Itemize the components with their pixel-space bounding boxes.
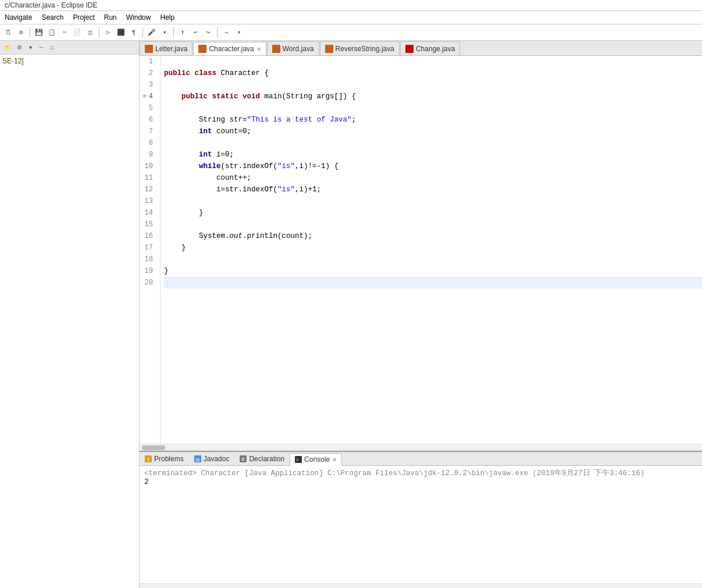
code-editor[interactable]: 1 2 3 ⊕4 5 6 7 8 9 10 11 12 13 14 15 16 …	[140, 56, 702, 444]
toolbar-btn-2[interactable]: ⚙	[15, 27, 27, 38]
line-num-7: 7	[142, 126, 155, 137]
bottom-tab-label-declaration: Declaration	[249, 455, 284, 463]
line-num-9: 9	[142, 149, 155, 161]
code-line-1	[164, 56, 702, 67]
console-content: <terminated> Character [Java Application…	[140, 466, 702, 583]
code-line-19: }	[164, 265, 702, 277]
bottom-tab-console-close[interactable]: ✕	[332, 457, 337, 463]
sidebar-icon-2[interactable]: ⚙	[15, 43, 24, 52]
tab-icon-reversestring	[325, 45, 333, 53]
sidebar-minimize-icon[interactable]: ─	[37, 43, 46, 52]
menu-run[interactable]: Run	[99, 12, 122, 23]
code-line-16: System.out.println(count);	[164, 230, 702, 242]
toolbar-btn-7[interactable]: ▷	[102, 27, 114, 38]
sidebar-icon-1[interactable]: 📁	[3, 43, 13, 52]
tab-character[interactable]: Character.java ✕	[193, 42, 266, 56]
toolbar-sep-5	[217, 27, 218, 38]
tab-letter[interactable]: Letter.java	[140, 41, 193, 55]
toolbar-btn-12[interactable]: ⬆	[177, 27, 188, 38]
tab-icon-change	[405, 45, 414, 53]
toolbar-btn-11[interactable]: ▾	[159, 27, 170, 38]
line-num-15: 15	[142, 219, 155, 230]
bottom-tab-console[interactable]: > Console ✕	[290, 453, 342, 466]
sidebar-maximize-icon[interactable]: □	[48, 43, 57, 52]
toolbar-btn-16[interactable]: ▾	[233, 27, 245, 38]
tab-change[interactable]: Change.java	[400, 41, 460, 55]
toolbar-btn-10[interactable]: 🎤	[146, 27, 158, 38]
toolbar-btn-8[interactable]: ⬛	[115, 27, 127, 38]
line-num-17: 17	[142, 242, 155, 254]
toolbar-btn-13[interactable]: ↩	[190, 27, 201, 38]
line-num-1: 1	[142, 56, 155, 67]
code-line-7: int count=0;	[164, 126, 702, 137]
code-line-17: }	[164, 242, 702, 254]
code-line-15	[164, 219, 702, 230]
toolbar-btn-14[interactable]: ↪	[202, 27, 214, 38]
toolbar-btn-5[interactable]: 📄	[72, 27, 83, 38]
declaration-icon: D	[240, 455, 247, 462]
toolbar-btn-9[interactable]: ¶	[128, 27, 140, 38]
menu-project[interactable]: Project	[68, 12, 99, 23]
code-line-11: count++;	[164, 172, 702, 184]
toolbar-btn-15[interactable]: ⇒	[220, 27, 232, 38]
tab-label-letter: Letter.java	[155, 45, 187, 53]
toolbar-sep-4	[173, 27, 174, 38]
bottom-tab-javadoc[interactable]: @ Javadoc	[189, 452, 235, 465]
tab-reversestring[interactable]: ReverseString.java	[320, 41, 400, 55]
toolbar-btn-4[interactable]: ✂	[59, 27, 70, 38]
tab-word[interactable]: Word.java	[267, 41, 319, 55]
code-line-20	[164, 277, 702, 288]
menu-help[interactable]: Help	[155, 12, 179, 23]
tab-bar: Letter.java Character.java ✕ Word.java R…	[140, 41, 702, 56]
line-num-18: 18	[142, 254, 155, 265]
menu-search[interactable]: Search	[37, 12, 68, 23]
menu-bar: Navigate Search Project Run Window Help	[0, 11, 702, 24]
toolbar-new-btn[interactable]: 🗒	[2, 27, 14, 38]
bottom-panel: ! Problems @ Javadoc D Declar	[140, 451, 702, 588]
bottom-tab-bar: ! Problems @ Javadoc D Declar	[140, 452, 702, 466]
menu-navigate[interactable]: Navigate	[0, 12, 37, 23]
toolbar-sep-3	[142, 27, 143, 38]
sidebar-chevron-down-icon[interactable]: ▾	[26, 43, 35, 52]
line-num-16: 16	[142, 230, 155, 242]
bottom-panel-scrollbar[interactable]	[140, 583, 702, 588]
code-content[interactable]: public class Character { public static v…	[161, 56, 702, 444]
code-line-8	[164, 137, 702, 149]
line-num-10: 10	[142, 161, 155, 172]
scrollbar-thumb[interactable]	[142, 446, 165, 450]
javadoc-icon: @	[194, 455, 201, 462]
console-terminated-text: <terminated> Character [Java Application…	[144, 468, 697, 478]
bottom-tab-problems[interactable]: ! Problems	[140, 452, 189, 465]
toolbar-btn-3[interactable]: 📋	[46, 27, 58, 38]
line-num-14: 14	[142, 207, 155, 219]
bottom-tab-label-javadoc: Javadoc	[204, 455, 230, 463]
problems-icon: !	[145, 455, 152, 462]
code-line-9: int i=0;	[164, 149, 702, 161]
bottom-tab-label-problems: Problems	[154, 455, 184, 463]
line-num-5: 5	[142, 102, 155, 114]
toolbar-sep-2	[99, 27, 99, 38]
menu-window[interactable]: Window	[122, 12, 156, 23]
editor-area: Letter.java Character.java ✕ Word.java R…	[140, 41, 702, 588]
code-line-13	[164, 195, 702, 207]
sidebar-label: SE-12]	[2, 57, 24, 65]
line-num-4: ⊕4	[142, 91, 155, 102]
tab-close-character[interactable]: ✕	[256, 46, 261, 52]
left-sidebar: 📁 ⚙ ▾ ─ □ SE-12]	[0, 41, 140, 588]
title-text: c/Character.java - Eclipse IDE	[5, 1, 97, 9]
toolbar-save-btn[interactable]: 💾	[33, 27, 45, 38]
tab-icon-character	[198, 45, 206, 53]
bottom-tab-label-console: Console	[304, 455, 330, 464]
line-num-3: 3	[142, 79, 155, 91]
tab-label-word: Word.java	[283, 45, 314, 53]
sidebar-content: SE-12]	[0, 55, 139, 67]
tab-icon-word	[272, 45, 280, 53]
code-line-2: public class Character {	[164, 67, 702, 79]
toolbar-btn-6[interactable]: ◫	[84, 27, 96, 38]
code-line-12: i=str.indexOf("is",i)+1;	[164, 184, 702, 195]
bottom-tab-declaration[interactable]: D Declaration	[234, 452, 290, 465]
svg-text:D: D	[242, 457, 245, 461]
sidebar-header: 📁 ⚙ ▾ ─ □	[0, 41, 139, 55]
editor-horizontal-scrollbar[interactable]	[140, 444, 702, 451]
main-layout: 📁 ⚙ ▾ ─ □ SE-12] Letter.java Character.j…	[0, 41, 702, 588]
